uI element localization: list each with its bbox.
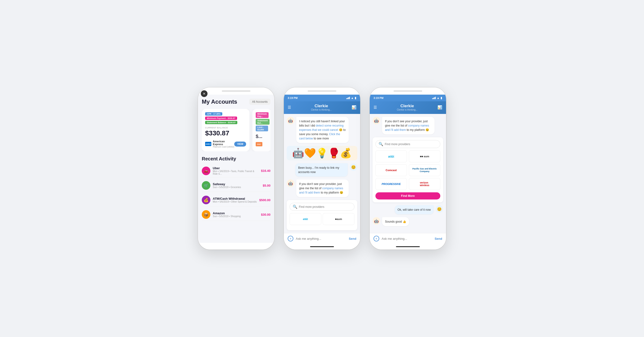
phone-1: ✕ My Accounts All Accounts APR - 17.49% … [198,87,274,250]
send-button-3[interactable]: Send [434,237,442,241]
signal-bar [433,98,434,99]
safeway-amount: $5.00 [262,184,270,187]
chat-input-2[interactable] [296,237,346,241]
comcast-logo-3[interactable]: Comcast [376,164,407,176]
accounts-title: My Accounts [202,98,237,105]
link-card: Click the card below [299,132,340,140]
bot-avatar-2: 🤖 [287,179,294,187]
search-providers-input-3[interactable] [385,143,437,146]
disco-logo: DISC [256,142,262,146]
bot-bubble-sounds-good: Sounds good 👍 [382,217,409,226]
view-card-button[interactable]: VIEW [234,142,246,147]
bot-avatar-4: 🤖 [372,217,380,225]
hamburger-icon-3[interactable]: ☰ [374,105,377,110]
aum-logo[interactable]: ■aum [323,213,354,225]
all-accounts-button[interactable]: All Accounts [249,99,270,105]
battery-icon-3: ▮ [440,96,442,100]
phone-2: 3:19 PM ▲ ▮ ☰ Clerkie Clerkie is thin [284,87,360,250]
hamburger-icon-2[interactable]: ☰ [288,105,291,110]
phone-3: 3:19 PM ▲ ▮ ☰ Clerkie Clerkie is thin [370,87,446,250]
signal-bar [347,98,348,99]
amex-logo-area: AMEX American Express Platinum Card (x80… [205,140,234,148]
status-time-3: 3:19 PM [374,96,384,99]
notch-bar [222,90,250,92]
status-icons-2: ▲ ▮ [346,96,356,100]
chat-body-3: 🤖 If you don't see your provider, just g… [370,114,446,233]
signal-bar [435,97,436,99]
chat-input-3[interactable] [382,237,432,241]
atm-icon: 💰 [202,196,210,204]
bot-avatar-3: 🤖 [372,117,380,124]
amazon-icon: 📦 [202,210,210,219]
status-bar-3: 3:19 PM ▲ ▮ [370,95,446,101]
find-more-button-3[interactable]: Find More [376,192,440,200]
card-footer: AMEX American Express Platinum Card (x80… [205,140,246,148]
home-bar-3 [396,246,420,247]
status-icons-3: ▲ ▮ [432,96,442,100]
apr-tag: APR - 17.49% [205,112,222,116]
signal-bar [346,98,347,99]
characters-illustration: 🤖🧡💡🥊💰 [287,146,357,160]
list-item: 💰 ATM/Cash Withdrawal Mon • 5/6/2019 • O… [202,194,270,206]
chat-title-area-2: Clerkie Clerkie is thinking... [294,104,349,111]
message-row: 😊 Been busy... I'm ready to link my acco… [287,163,357,177]
list-item: 📦 Amazon Sun • 5/5/2019 • Shopping $30.0… [202,208,270,221]
bot-avatar: 🤖 [287,117,294,124]
search-icon-3: 🔍 [378,142,383,146]
safeway-icon: 🛒 [202,181,210,190]
chat-header-2: ☰ Clerkie Clerkie is thinking... 📊 [284,101,360,114]
amazon-detail: Sun • 5/5/2019 • Shopping [213,215,258,218]
search-providers-3: 🔍 [376,140,440,148]
status-bar-2: 3:19 PM ▲ ▮ [284,95,360,101]
user-bubble-3: Ok, will take care of it now [395,205,434,214]
aum-logo-3[interactable]: ■■ aum [409,150,440,162]
app-name-3: Clerkie [379,104,435,108]
link-recurring: detect some recurring expenses that we c… [299,124,344,132]
bot-bubble-3: If you don't see your provider, just giv… [382,117,434,134]
signal-bar [434,97,435,99]
atm-info: ATM/Cash Withdrawal Mon • 5/6/2019 • Oth… [213,197,257,203]
chart-icon-2[interactable]: 📊 [352,105,356,110]
disco-balance: $... [256,134,268,139]
phone-notch-1 [198,87,274,95]
progressive-logo-3[interactable]: PROGRESSIVE [376,178,407,190]
battery-icon-2: ▮ [355,96,356,100]
verizon-logo-3[interactable]: verizonwireless [409,178,440,190]
amex-card: APR - 17.49% Minimum Payment - $330.87 S… [202,109,250,151]
amazon-name: Amazon [213,211,258,215]
pge-logo-3[interactable]: Pacific Gas and Electric Company [409,164,440,176]
accounts-header: My Accounts All Accounts [202,98,270,105]
att-logo[interactable]: at&t [290,213,321,225]
signal-bar [349,97,350,99]
search-icon-2: 🔍 [293,205,298,209]
message-row: 😊 Ok, will take care of it now [372,205,443,214]
activity-list: 🚗 Uber Mon • 5/6/2019 • Taxis, Public Tr… [202,164,270,221]
provider-card-3: 🔍 at&t ■■ aum Comcast Pacific Gas and El… [372,137,443,202]
amex-card-name: American Express [213,140,234,146]
wifi-icon-2: ▲ [351,96,354,100]
status-time-2: 3:19 PM [288,96,298,99]
chart-icon-3[interactable]: 📊 [438,105,442,110]
atm-amount: $500.00 [259,198,270,202]
list-item: 🚗 Uber Mon • 5/6/2019 • Taxis, Public Tr… [202,164,270,177]
phones-container: ✕ My Accounts All Accounts APR - 17.49% … [198,87,446,250]
uber-info: Uber Mon • 5/6/2019 • Taxis, Public Tran… [213,166,258,175]
accounts-screen: My Accounts All Accounts APR - 17.49% Mi… [198,95,274,243]
recent-activity-title: Recent Activity [202,156,270,162]
disco-card-tags: Minimum Pay... Statement Bal... Limit - … [256,112,268,131]
user-avatar: 😊 [350,163,357,171]
provider-card-2: 🔍 at&t ■aum [287,200,357,230]
link-providers-3: company names and I'll add them [385,124,429,132]
min-payment-tag: Minimum Payment - $330.87 [205,117,237,120]
message-row: 🤖 If you don't see your provider, just g… [372,117,443,134]
add-attachment-button-2[interactable]: + [288,236,294,241]
message-row: 🤖 If you don't see your provider, just g… [287,179,357,197]
search-providers-input-2[interactable] [299,205,351,209]
card-tags: APR - 17.49% Minimum Payment - $330.87 S… [205,112,246,124]
uber-icon: 🚗 [202,167,210,175]
close-button[interactable]: ✕ [201,90,208,97]
send-button-2[interactable]: Send [349,237,356,241]
notch-bar-3 [394,90,422,92]
att-logo-3[interactable]: at&t [376,150,407,162]
add-attachment-button-3[interactable]: + [374,236,379,241]
